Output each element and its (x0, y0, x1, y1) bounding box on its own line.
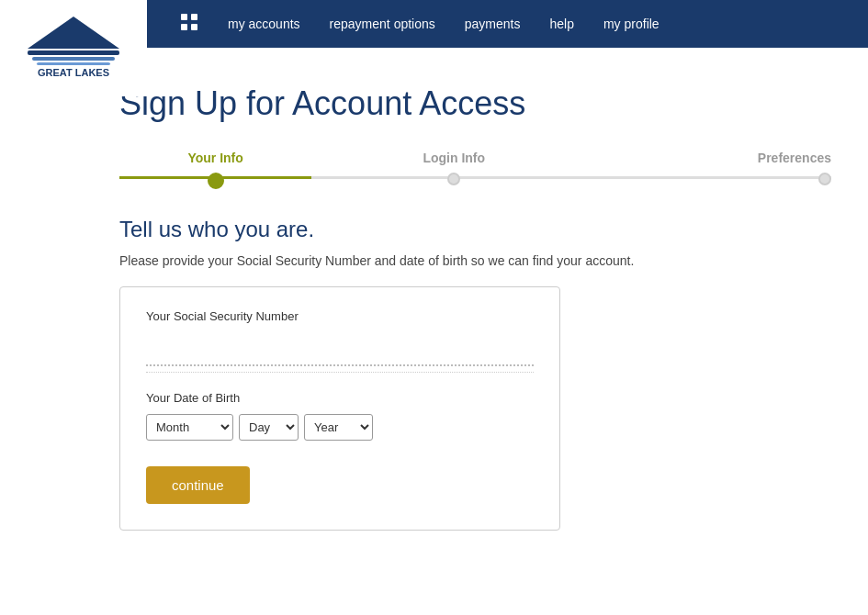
step-your-info: Your Info (119, 151, 311, 189)
step-preferences-circle (818, 173, 831, 185)
step-preferences: Preferences (596, 151, 831, 185)
step-login-info-circle (447, 173, 460, 185)
svg-rect-1 (28, 50, 119, 55)
nav-repayment-options[interactable]: repayment options (315, 17, 450, 31)
svg-rect-3 (37, 62, 110, 65)
continue-button[interactable]: continue (146, 466, 250, 504)
field-divider (146, 372, 534, 373)
month-select[interactable]: Month January February March April May J… (146, 414, 233, 441)
page-title: Sign Up for Account Access (119, 84, 831, 123)
svg-rect-8 (191, 24, 197, 30)
nav-my-profile[interactable]: my profile (589, 17, 674, 31)
day-select[interactable]: Day for(let i=1;i<=31;i++) document.writ… (239, 414, 299, 441)
svg-marker-0 (28, 17, 119, 49)
step-your-info-circle (208, 173, 224, 189)
svg-rect-6 (191, 14, 197, 20)
nav-help[interactable]: help (535, 17, 588, 31)
section-heading: Tell us who you are. (119, 217, 831, 242)
dob-selects: Month January February March April May J… (146, 414, 534, 441)
ssn-input[interactable] (146, 330, 534, 366)
nav-my-accounts[interactable]: my accounts (213, 17, 315, 31)
nav-payments[interactable]: payments (450, 17, 535, 31)
year-select[interactable]: Year for(let y=new Date().getFullYear();… (304, 414, 373, 441)
svg-rect-2 (32, 57, 115, 61)
ssn-label: Your Social Security Number (146, 309, 534, 323)
logo: GREAT LAKES (0, 0, 147, 96)
form-card: Your Social Security Number Your Date of… (119, 286, 560, 531)
svg-rect-7 (181, 24, 187, 30)
step-your-info-label: Your Info (187, 151, 242, 165)
step-preferences-label: Preferences (758, 151, 831, 165)
dob-label: Your Date of Birth (146, 391, 534, 405)
step-login-info-label: Login Info (423, 151, 485, 165)
step-login-info: Login Info (311, 151, 596, 185)
grid-icon[interactable] (180, 13, 198, 36)
svg-rect-5 (181, 14, 187, 20)
svg-text:GREAT LAKES: GREAT LAKES (38, 67, 109, 78)
section-description: Please provide your Social Security Numb… (119, 253, 831, 268)
progress-steps: Your Info Login Info Preferences (119, 151, 831, 189)
